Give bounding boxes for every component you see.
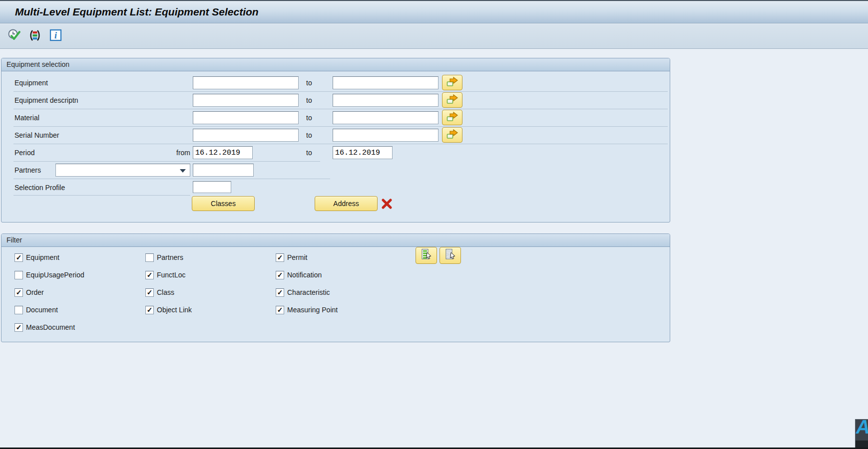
period-to-label: to: [306, 146, 323, 159]
filter-item-notification: ✓Notification: [276, 269, 322, 280]
checkbox-document[interactable]: [14, 306, 23, 314]
deselect-all-button[interactable]: [439, 247, 461, 264]
checkbox-label-notification: Notification: [287, 271, 322, 279]
info-icon: i: [49, 29, 62, 43]
equipment-multiple-selection-button[interactable]: [442, 75, 462, 90]
row-separator: [13, 91, 668, 92]
material-label: Material: [14, 111, 39, 124]
equipment-from-input[interactable]: [193, 76, 299, 89]
serial-number-label: Serial Number: [14, 129, 59, 142]
address-button[interactable]: Address: [315, 196, 378, 211]
chevron-down-icon: [180, 169, 186, 173]
filter-item-class: ✓Class: [145, 287, 174, 298]
logo-band: [856, 441, 868, 448]
row-separator: [13, 109, 668, 109]
execute-icon: [7, 28, 21, 44]
checkbox-label-equipment: Equipment: [26, 253, 59, 261]
period-from-label: from: [165, 146, 190, 159]
filter-group-title: Filter: [1, 234, 670, 247]
checkbox-label-document: Document: [26, 306, 58, 314]
checkbox-label-measdocument: MeasDocument: [26, 323, 75, 331]
material-to-label: to: [306, 111, 323, 124]
checkbox-partners[interactable]: [145, 253, 154, 262]
serial-number-to-input[interactable]: [333, 129, 438, 142]
serial-number-from-input[interactable]: [193, 129, 299, 142]
filter-item-permit: ✓Permit: [276, 252, 307, 263]
get-variant-button[interactable]: [27, 29, 42, 44]
row-separator: [13, 144, 668, 144]
period-from-input[interactable]: [193, 146, 253, 159]
get-variant-icon: [28, 29, 41, 44]
period-label: Period: [14, 146, 34, 159]
title-bar: Multi-Level Equipment List: Equipment Se…: [0, 0, 868, 23]
partners-dropdown[interactable]: [55, 164, 190, 177]
checkbox-characteristic[interactable]: ✓: [276, 288, 284, 297]
checkbox-order[interactable]: ✓: [14, 288, 23, 297]
multiple-selection-icon: [446, 129, 459, 142]
partners-label: Partners: [14, 164, 41, 177]
checkbox-label-characteristic: Characteristic: [287, 288, 330, 296]
multiple-selection-icon: [446, 76, 459, 89]
filter-item-functloc: ✓FunctLoc: [145, 269, 186, 280]
execute-button[interactable]: [7, 29, 22, 44]
checkbox-equipment[interactable]: ✓: [14, 253, 23, 262]
checkbox-object-link[interactable]: ✓: [145, 306, 154, 314]
svg-text:i: i: [54, 30, 56, 40]
period-to-input[interactable]: [333, 146, 393, 159]
select-all-button[interactable]: [416, 247, 437, 264]
checkbox-measdocument[interactable]: ✓: [14, 323, 23, 332]
equipment-descriptn-label: Equipment descriptn: [14, 94, 78, 107]
classes-button[interactable]: Classes: [192, 196, 255, 211]
equipment-label: Equipment: [14, 76, 48, 89]
taskbar-app-logo[interactable]: A: [855, 419, 868, 448]
partners-code-input[interactable]: [193, 164, 254, 177]
equipment-to-label: to: [306, 76, 323, 89]
checkbox-label-object-link: Object Link: [157, 306, 192, 314]
row-separator: [13, 161, 320, 162]
equipment-descriptn-to-input[interactable]: [333, 94, 438, 107]
checkbox-equipusageperiod[interactable]: [14, 271, 23, 279]
filter-item-order: ✓Order: [14, 287, 44, 298]
equipment-to-input[interactable]: [333, 76, 438, 89]
filter-item-equipusageperiod: EquipUsagePeriod: [14, 269, 84, 280]
multiple-selection-icon: [446, 94, 459, 107]
row-separator: [13, 195, 190, 196]
checkbox-label-class: Class: [157, 288, 174, 296]
deselect-all-icon: [444, 248, 456, 262]
filter-item-partners: Partners: [145, 252, 183, 263]
filter-item-equipment: ✓Equipment: [14, 252, 59, 263]
checkbox-label-equipusageperiod: EquipUsagePeriod: [26, 271, 84, 279]
info-button[interactable]: i: [48, 29, 63, 44]
application-toolbar: i: [0, 24, 868, 49]
checkbox-class[interactable]: ✓: [145, 288, 154, 297]
selection-profile-label: Selection Profile: [14, 181, 65, 194]
checkbox-label-partners: Partners: [157, 253, 183, 261]
checkbox-permit[interactable]: ✓: [276, 253, 284, 262]
filter-item-measdocument: ✓MeasDocument: [14, 322, 75, 333]
filter-item-document: Document: [14, 304, 58, 315]
equipment-selection-group-title: Equipment selection: [1, 58, 670, 71]
page-title: Multi-Level Equipment List: Equipment Se…: [15, 1, 259, 23]
equipment-descriptn-from-input[interactable]: [193, 94, 299, 107]
filter-group: Filter ✓EquipmentPartners✓PermitEquipUsa…: [1, 233, 670, 342]
material-multiple-selection-button[interactable]: [442, 110, 462, 125]
filter-item-measuring-point: ✓Measuring Point: [276, 304, 338, 315]
equipment-selection-group: Equipment selection Equipment to Equipme…: [1, 58, 670, 223]
selection-profile-input[interactable]: [193, 181, 231, 193]
material-to-input[interactable]: [333, 111, 438, 124]
checkbox-measuring-point[interactable]: ✓: [276, 306, 284, 314]
serial-number-multiple-selection-button[interactable]: [442, 127, 462, 143]
checkbox-notification[interactable]: ✓: [276, 271, 284, 279]
delete-address-icon[interactable]: [381, 198, 393, 212]
checkbox-label-functloc: FunctLoc: [157, 271, 186, 279]
checkbox-functloc[interactable]: ✓: [145, 271, 154, 279]
equipment-descriptn-multiple-selection-button[interactable]: [442, 92, 462, 108]
partners-dropdown-value: [56, 166, 58, 174]
equipment-descriptn-to-label: to: [306, 94, 323, 107]
filter-item-object-link: ✓Object Link: [145, 304, 192, 315]
logo-letter: A: [856, 419, 868, 438]
serial-number-to-label: to: [306, 129, 323, 142]
material-from-input[interactable]: [193, 111, 299, 124]
multiple-selection-icon: [446, 111, 459, 124]
checkbox-label-permit: Permit: [287, 253, 307, 261]
